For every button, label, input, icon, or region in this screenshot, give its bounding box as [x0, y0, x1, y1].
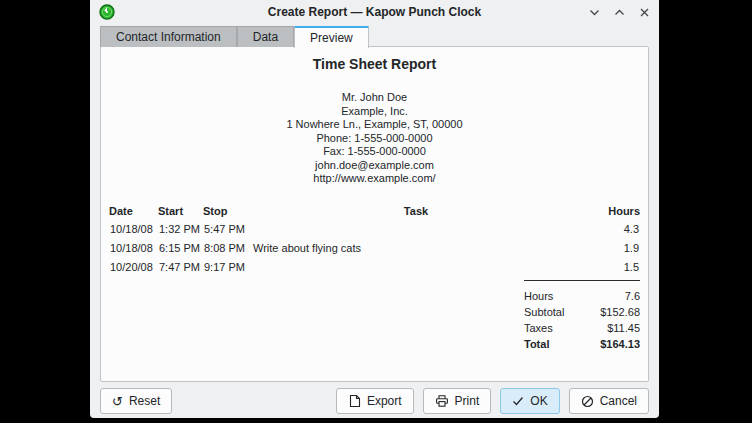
cell-date: 10/18/08	[109, 239, 158, 258]
cell-start: 6:15 PM	[158, 239, 203, 258]
report-title: Time Sheet Report	[109, 56, 640, 72]
export-button[interactable]: Export	[336, 388, 414, 414]
export-button-label: Export	[367, 394, 402, 408]
totals-label: Total	[524, 336, 549, 352]
totals-value: $164.13	[600, 336, 640, 352]
cell-date: 10/20/08	[109, 258, 158, 277]
ok-button[interactable]: OK	[500, 388, 559, 414]
reset-button[interactable]: ↺ Reset	[100, 388, 172, 414]
dialog-button-row: ↺ Reset Export Print	[100, 387, 649, 415]
cell-task	[252, 258, 580, 277]
table-row: 10/18/086:15 PM8:08 PMWrite about flying…	[109, 239, 640, 258]
cell-hours: 1.9	[580, 239, 640, 258]
contact-line: john.doe@example.com	[109, 159, 640, 173]
totals-row: Taxes$11.45	[524, 320, 640, 336]
timesheet-table-body: 10/18/081:32 PM5:47 PM4.310/18/086:15 PM…	[109, 220, 640, 277]
minimize-icon[interactable]	[588, 6, 600, 18]
cell-date: 10/18/08	[109, 220, 158, 239]
close-icon[interactable]	[638, 6, 650, 18]
totals-row: Hours7.6	[524, 288, 640, 304]
kapow-clock-icon[interactable]	[99, 4, 115, 20]
cancel-button-label: Cancel	[600, 394, 637, 408]
reset-button-label: Reset	[129, 394, 160, 408]
totals-label: Hours	[524, 288, 553, 304]
contact-line: Example, Inc.	[109, 105, 640, 119]
totals-value: $11.45	[607, 320, 640, 336]
cell-task: Write about flying cats	[252, 239, 580, 258]
totals-block: Hours7.6Subtotal$152.68Taxes$11.45Total$…	[524, 280, 640, 352]
totals-label: Subtotal	[524, 304, 564, 320]
cell-hours: 1.5	[580, 258, 640, 277]
tab-bar: Contact Information Data Preview	[100, 25, 369, 47]
report-preview-pane: Time Sheet Report Mr. John DoeExample, I…	[100, 46, 649, 382]
cell-start: 1:32 PM	[158, 220, 203, 239]
contact-block: Mr. John DoeExample, Inc.1 Nowhere Ln., …	[109, 91, 640, 186]
header-hours: Hours	[580, 203, 640, 220]
window-title: Create Report — Kapow Punch Clock	[90, 5, 659, 19]
printer-icon	[435, 394, 449, 408]
check-icon	[512, 395, 524, 407]
print-button-label: Print	[455, 394, 480, 408]
time-sheet-report: Time Sheet Report Mr. John DoeExample, I…	[101, 56, 648, 352]
maximize-icon[interactable]	[613, 6, 625, 18]
titlebar: Create Report — Kapow Punch Clock	[90, 0, 659, 24]
cancel-button[interactable]: Cancel	[569, 388, 649, 414]
ok-button-label: OK	[530, 394, 547, 408]
tab-preview[interactable]: Preview	[294, 26, 369, 48]
totals-value: 7.6	[625, 288, 640, 304]
table-header-row: Date Start Stop Task Hours	[109, 203, 640, 220]
contact-line: Fax: 1-555-000-0000	[109, 145, 640, 159]
totals-label: Taxes	[524, 320, 553, 336]
totals-row: Total$164.13	[524, 336, 640, 352]
contact-line: http://www.example.com/	[109, 172, 640, 186]
table-row: 10/20/087:47 PM9:17 PM1.5	[109, 258, 640, 277]
undo-arrow-icon: ↺	[112, 395, 123, 408]
cell-task	[252, 220, 580, 239]
timesheet-table: Date Start Stop Task Hours 10/18/081:32 …	[109, 203, 640, 277]
cell-stop: 9:17 PM	[203, 258, 252, 277]
tab-contact-information[interactable]: Contact Information	[100, 26, 237, 47]
print-button[interactable]: Print	[423, 388, 492, 414]
header-task: Task	[252, 203, 580, 220]
tab-data[interactable]: Data	[237, 26, 294, 47]
document-icon	[348, 394, 361, 408]
contact-line: Phone: 1-555-000-0000	[109, 132, 640, 146]
contact-line: 1 Nowhere Ln., Example, ST, 00000	[109, 118, 640, 132]
create-report-dialog: Create Report — Kapow Punch Clock Contac…	[90, 0, 659, 418]
contact-line: Mr. John Doe	[109, 91, 640, 105]
cell-stop: 8:08 PM	[203, 239, 252, 258]
cell-start: 7:47 PM	[158, 258, 203, 277]
table-row: 10/18/081:32 PM5:47 PM4.3	[109, 220, 640, 239]
header-start: Start	[158, 203, 203, 220]
totals-value: $152.68	[600, 304, 640, 320]
totals-row: Subtotal$152.68	[524, 304, 640, 320]
slashed-circle-icon	[581, 395, 594, 408]
header-date: Date	[109, 203, 158, 220]
window-controls	[588, 6, 650, 18]
cell-hours: 4.3	[580, 220, 640, 239]
header-stop: Stop	[203, 203, 252, 220]
cell-stop: 5:47 PM	[203, 220, 252, 239]
